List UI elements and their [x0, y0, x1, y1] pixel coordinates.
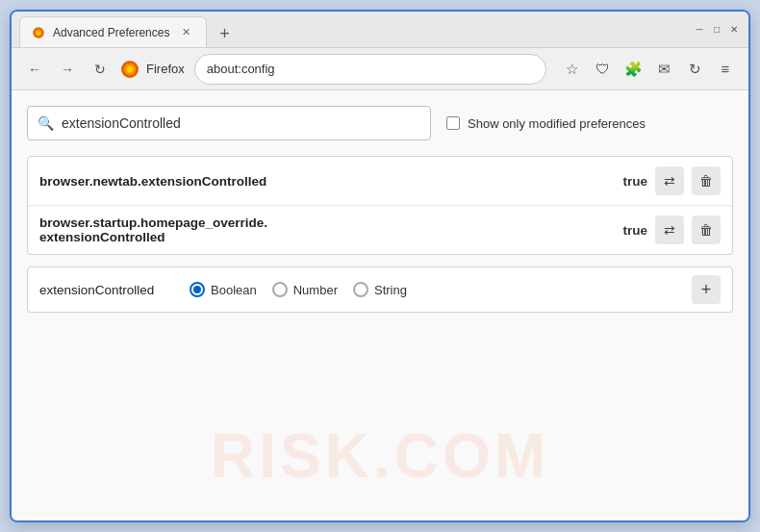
pref-name-1: browser.newtab.extensionControlled: [39, 174, 615, 189]
tab-area: Advanced Preferences ✕ +: [19, 12, 685, 47]
maximize-button[interactable]: □: [710, 23, 723, 37]
radio-number-label: Number: [293, 283, 338, 297]
new-pref-name: extensionControlled: [39, 283, 174, 297]
toggle-icon: ⇄: [664, 173, 675, 189]
radio-number[interactable]: Number: [272, 282, 338, 297]
url-text: about:config: [207, 62, 275, 76]
bookmark-icon: ☆: [566, 61, 578, 78]
shield-button[interactable]: 🛡: [589, 56, 616, 83]
new-tab-button[interactable]: +: [211, 20, 238, 47]
svg-point-5: [127, 65, 134, 72]
bookmark-button[interactable]: ☆: [558, 56, 585, 83]
row-actions-2: ⇄ 🗑: [655, 215, 721, 244]
radio-boolean-circle[interactable]: [190, 282, 205, 297]
title-bar: Advanced Preferences ✕ + ─ □ ✕: [12, 12, 748, 48]
content-area: RISK.COM 🔍 extensionControlled Show only…: [12, 90, 748, 520]
tab-title: Advanced Preferences: [53, 26, 169, 39]
pref-name-2: browser.startup.homepage_override. exten…: [39, 215, 615, 244]
delete-icon: 🗑: [699, 173, 713, 189]
url-bar[interactable]: about:config: [194, 54, 546, 85]
mail-button[interactable]: ✉: [650, 56, 677, 83]
active-tab[interactable]: Advanced Preferences ✕: [19, 16, 207, 47]
radio-boolean-label: Boolean: [211, 283, 257, 297]
search-input-wrapper[interactable]: 🔍 extensionControlled: [27, 106, 431, 140]
mail-icon: ✉: [658, 61, 671, 78]
reload-button[interactable]: ↻: [87, 56, 114, 83]
delete-icon-2: 🗑: [699, 222, 713, 238]
show-modified-label: Show only modified preferences: [468, 116, 646, 131]
minimize-button[interactable]: ─: [693, 23, 706, 37]
new-pref-row: extensionControlled Boolean Number Strin…: [27, 266, 733, 313]
delete-button-1[interactable]: 🗑: [692, 166, 721, 195]
forward-icon: →: [61, 62, 74, 77]
menu-icon: ≡: [722, 61, 730, 77]
search-icon: 🔍: [38, 115, 54, 131]
search-bar: 🔍 extensionControlled Show only modified…: [27, 106, 733, 140]
radio-number-circle[interactable]: [272, 282, 288, 297]
reload-icon: ↻: [94, 62, 106, 77]
delete-button-2[interactable]: 🗑: [692, 215, 721, 244]
back-button[interactable]: ←: [21, 56, 48, 83]
show-modified-wrapper[interactable]: Show only modified preferences: [446, 116, 646, 131]
toggle-button-1[interactable]: ⇄: [655, 166, 684, 195]
tab-close-button[interactable]: ✕: [177, 24, 194, 41]
toggle-button-2[interactable]: ⇄: [655, 215, 684, 244]
back-icon: ←: [28, 62, 41, 77]
sync-icon: ↻: [689, 61, 701, 78]
results-table: browser.newtab.extensionControlled true …: [27, 156, 733, 255]
radio-boolean[interactable]: Boolean: [190, 282, 257, 297]
watermark: RISK.COM: [211, 420, 549, 492]
radio-string[interactable]: String: [353, 282, 407, 297]
close-window-button[interactable]: ✕: [727, 23, 741, 37]
svg-point-2: [37, 30, 40, 34]
radio-string-circle[interactable]: [353, 282, 368, 297]
pref-value-2: true: [615, 223, 647, 238]
toggle-icon-2: ⇄: [664, 222, 675, 238]
search-input[interactable]: extensionControlled: [62, 115, 420, 131]
extension-icon: 🧩: [624, 61, 643, 78]
row-actions-1: ⇄ 🗑: [655, 166, 721, 195]
table-row: browser.startup.homepage_override. exten…: [28, 206, 732, 254]
browser-window: Advanced Preferences ✕ + ─ □ ✕ ← → ↻ Fir…: [10, 10, 750, 522]
radio-string-label: String: [374, 283, 407, 297]
sync-button[interactable]: ↻: [681, 56, 708, 83]
add-preference-button[interactable]: +: [692, 275, 721, 304]
pref-value-1: true: [615, 174, 647, 189]
firefox-logo-icon: [119, 59, 140, 80]
tab-favicon-icon: [32, 26, 45, 39]
menu-button[interactable]: ≡: [712, 56, 739, 83]
extension-button[interactable]: 🧩: [620, 56, 646, 83]
firefox-label: Firefox: [146, 62, 185, 76]
forward-button[interactable]: →: [54, 56, 81, 83]
nav-icons: ☆ 🛡 🧩 ✉ ↻ ≡: [558, 56, 739, 83]
window-controls: ─ □ ✕: [693, 23, 741, 37]
table-row: browser.newtab.extensionControlled true …: [28, 157, 732, 206]
radio-group: Boolean Number String: [190, 282, 669, 297]
show-modified-checkbox[interactable]: [446, 116, 460, 130]
shield-icon: 🛡: [595, 61, 610, 77]
nav-bar: ← → ↻ Firefox about:config ☆ 🛡 🧩: [12, 48, 748, 90]
